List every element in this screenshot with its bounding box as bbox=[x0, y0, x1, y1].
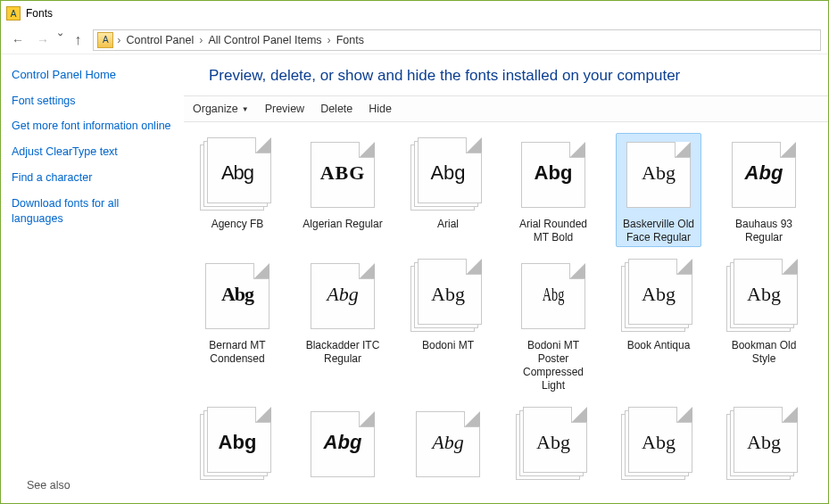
back-button[interactable]: ← bbox=[8, 30, 28, 50]
font-item[interactable]: Abg bbox=[405, 402, 491, 490]
font-item[interactable]: AbgArial Rounded MT Bold bbox=[510, 133, 596, 247]
page-fold-icon bbox=[253, 263, 269, 279]
font-label: Blackadder ITC Regular bbox=[303, 339, 383, 366]
page-icon bbox=[732, 142, 796, 208]
chevron-right-icon[interactable]: › bbox=[115, 34, 122, 46]
font-item[interactable]: ABGAlgerian Regular bbox=[300, 133, 385, 247]
forward-button[interactable]: → bbox=[33, 30, 53, 50]
font-item[interactable]: AbgBodoni MT bbox=[405, 254, 491, 395]
font-item[interactable]: AbgBauhaus 93 Regular bbox=[721, 133, 807, 247]
page-fold-icon bbox=[782, 407, 798, 423]
page-icon bbox=[734, 407, 798, 473]
font-tile: Abg bbox=[516, 137, 591, 212]
page-fold-icon bbox=[466, 137, 482, 153]
font-item[interactable]: Abg bbox=[510, 402, 596, 490]
toolbar: Organize ▼ Preview Delete Hide bbox=[184, 95, 828, 122]
font-label: Arial Rounded MT Bold bbox=[513, 218, 593, 244]
font-label: Bodoni MT Poster Compressed Light bbox=[513, 339, 593, 392]
main-area: Preview, delete, or show and hide the fo… bbox=[184, 54, 828, 503]
breadcrumb-segment[interactable]: Control Panel bbox=[123, 34, 198, 46]
page-icon bbox=[523, 407, 587, 473]
font-tile: Abg bbox=[305, 259, 380, 334]
recent-locations-chevron-icon[interactable]: ˇ bbox=[58, 32, 62, 48]
breadcrumb-segment[interactable]: Fonts bbox=[333, 34, 368, 46]
page-fold-icon bbox=[569, 263, 585, 279]
font-label: Agency FB bbox=[211, 218, 264, 231]
page-fold-icon bbox=[676, 407, 692, 423]
preview-button[interactable]: Preview bbox=[265, 103, 304, 115]
font-row: AbgAgency FBABGAlgerian RegularAbgArialA… bbox=[195, 133, 817, 247]
font-tile: Abg bbox=[726, 137, 801, 212]
page-fold-icon bbox=[569, 142, 585, 158]
page-fold-icon bbox=[359, 142, 375, 158]
font-item[interactable]: AbgBookman Old Style bbox=[721, 254, 807, 395]
window-title: Fonts bbox=[26, 7, 53, 20]
page-fold-icon bbox=[782, 259, 798, 275]
font-tile: Abg bbox=[200, 137, 275, 212]
address-folder-icon: A bbox=[97, 32, 113, 48]
page-fold-icon bbox=[571, 407, 587, 423]
font-item[interactable]: Abg bbox=[300, 402, 385, 490]
font-tile: Abg bbox=[516, 407, 591, 482]
font-tile: ABG bbox=[305, 137, 380, 212]
page-fold-icon bbox=[255, 137, 271, 153]
control-panel-home-link[interactable]: Control Panel Home bbox=[12, 67, 173, 83]
page-fold-icon bbox=[464, 411, 480, 427]
font-item[interactable]: AbgBlackadder ITC Regular bbox=[300, 254, 385, 395]
font-tile: Abg bbox=[621, 137, 696, 212]
font-label: Bookman Old Style bbox=[724, 339, 804, 366]
font-label: Algerian Regular bbox=[303, 218, 382, 231]
window-root: A Fonts ← → ˇ ↑ A › Control Panel › All … bbox=[0, 0, 829, 504]
font-label: Baskerville Old Face Regular bbox=[618, 218, 699, 244]
sidebar: Control Panel Home Font settings Get mor… bbox=[1, 54, 184, 503]
font-tile: Abg bbox=[305, 407, 380, 482]
sidebar-link-find-character[interactable]: Find a character bbox=[12, 170, 173, 186]
font-tile: Abg bbox=[621, 259, 696, 334]
sidebar-link-cleartype[interactable]: Adjust ClearType text bbox=[12, 145, 173, 160]
sidebar-link-more-info[interactable]: Get more font information online bbox=[12, 119, 173, 134]
sidebar-link-download-fonts[interactable]: Download fonts for all languages bbox=[12, 196, 173, 227]
page-icon bbox=[311, 142, 375, 208]
hide-button[interactable]: Hide bbox=[369, 103, 392, 115]
page-fold-icon bbox=[359, 411, 375, 427]
page-icon bbox=[628, 259, 692, 325]
font-tile: Abg bbox=[200, 407, 275, 482]
fonts-folder-icon: A bbox=[6, 6, 21, 21]
font-item[interactable]: AbgBernard MT Condensed bbox=[195, 254, 280, 395]
delete-button[interactable]: Delete bbox=[320, 103, 352, 115]
address-bar[interactable]: A › Control Panel › All Control Panel It… bbox=[93, 29, 821, 51]
page-fold-icon bbox=[359, 263, 375, 279]
page-icon bbox=[207, 407, 271, 473]
page-icon bbox=[418, 137, 482, 203]
nav-row: ← → ˇ ↑ A › Control Panel › All Control … bbox=[1, 26, 828, 54]
font-item[interactable]: AbgBaskerville Old Face Regular bbox=[616, 133, 701, 247]
font-item[interactable]: Abg bbox=[195, 402, 280, 490]
chevron-right-icon[interactable]: › bbox=[197, 34, 204, 46]
font-item[interactable]: AbgAgency FB bbox=[195, 133, 280, 247]
page-icon bbox=[205, 263, 269, 329]
font-item[interactable]: AbgBodoni MT Poster Compressed Light bbox=[510, 254, 596, 395]
page-fold-icon bbox=[675, 142, 691, 158]
breadcrumb-segment[interactable]: All Control Panel Items bbox=[204, 34, 325, 46]
font-item[interactable]: AbgBook Antiqua bbox=[616, 254, 701, 395]
page-icon bbox=[521, 263, 585, 329]
font-tile: Abg bbox=[726, 259, 801, 334]
chevron-right-icon[interactable]: › bbox=[326, 34, 333, 46]
font-item[interactable]: Abg bbox=[616, 402, 701, 490]
page-icon bbox=[626, 142, 691, 208]
font-tile: Abg bbox=[410, 407, 485, 482]
page-fold-icon bbox=[255, 407, 271, 423]
page-icon bbox=[628, 407, 692, 473]
organize-label: Organize bbox=[193, 103, 238, 115]
font-grid[interactable]: AbgAgency FBABGAlgerian RegularAbgArialA… bbox=[184, 122, 828, 503]
organize-menu[interactable]: Organize ▼ bbox=[193, 103, 249, 115]
page-fold-icon bbox=[466, 259, 482, 275]
sidebar-link-font-settings[interactable]: Font settings bbox=[12, 94, 173, 109]
font-tile: Abg bbox=[516, 259, 591, 334]
font-item[interactable]: Abg bbox=[721, 402, 807, 490]
body: Control Panel Home Font settings Get mor… bbox=[1, 54, 828, 503]
up-button[interactable]: ↑ bbox=[68, 32, 87, 48]
font-item[interactable]: AbgArial bbox=[405, 133, 491, 247]
page-heading: Preview, delete, or show and hide the fo… bbox=[184, 54, 828, 95]
font-label: Book Antiqua bbox=[627, 339, 691, 352]
